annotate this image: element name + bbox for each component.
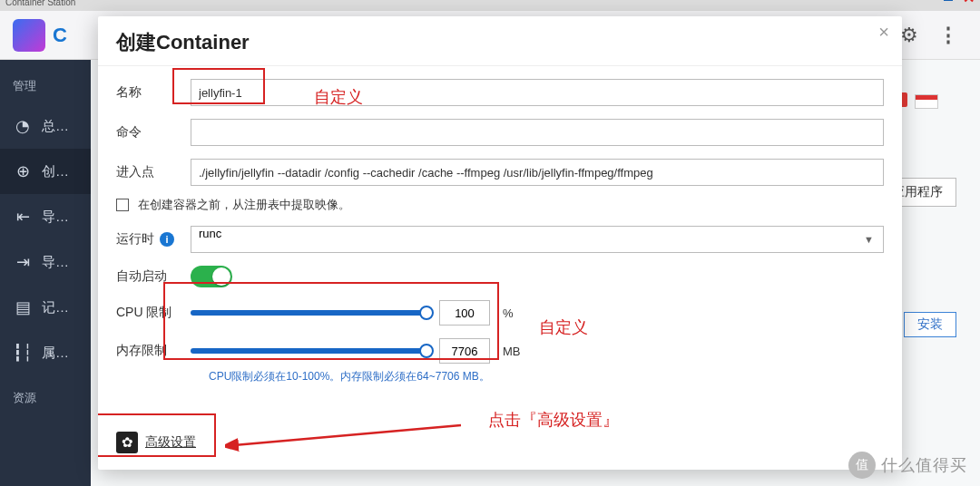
- slider-thumb[interactable]: [419, 344, 434, 358]
- mem-limit-label: 内存限制: [116, 343, 178, 359]
- window-close-icon[interactable]: ✕: [963, 0, 975, 6]
- sidebar-item-overview[interactable]: ◔ 总…: [0, 103, 91, 149]
- runtime-selected-value: runc: [199, 227, 221, 240]
- autostart-toggle[interactable]: [191, 266, 232, 287]
- annotation-text-click-adv: 点击『高级设置』: [488, 409, 619, 431]
- sidebar-item-label: 总…: [42, 118, 69, 135]
- slider-thumb[interactable]: [419, 306, 434, 320]
- more-icon[interactable]: ⋮: [938, 24, 958, 47]
- export-icon: ⇥: [13, 252, 33, 272]
- pull-image-checkbox[interactable]: [116, 199, 129, 211]
- sidebar-item-properties[interactable]: ┇┆ 属…: [0, 330, 91, 375]
- chevron-down-icon: ▼: [864, 234, 874, 245]
- sidebar-category-resources: 资源: [0, 381, 91, 415]
- cpu-limit-slider[interactable]: [191, 302, 426, 324]
- annotation-arrow: [225, 418, 470, 454]
- toggle-knob: [212, 267, 230, 286]
- cpu-limit-value[interactable]: 100: [439, 300, 490, 326]
- gear-icon: ✿: [116, 432, 138, 453]
- watermark-text: 什么值得买: [881, 454, 967, 476]
- cpu-limit-unit: %: [503, 306, 514, 320]
- sidebar-item-logs[interactable]: ▤ 记…: [0, 285, 91, 330]
- app-logo-icon: [13, 19, 45, 52]
- import-icon: ⇤: [13, 207, 33, 227]
- modal-title: 创建Container: [98, 16, 902, 65]
- name-input[interactable]: [191, 79, 884, 106]
- entrypoint-label: 进入点: [116, 164, 178, 180]
- mem-limit-slider[interactable]: [191, 340, 426, 362]
- gear-icon[interactable]: ⚙: [900, 24, 918, 47]
- svg-line-0: [234, 425, 461, 445]
- window-maximize-icon[interactable]: [944, 0, 953, 1]
- calendar-icon[interactable]: [915, 94, 938, 109]
- sidebar-item-label: 属…: [42, 345, 69, 362]
- create-container-modal: × 创建Container 名称 命令 进入点 在创建容器之前，从注册表中提取映…: [98, 16, 902, 470]
- sidebar: 管理 ◔ 总… ⊕ 创… ⇤ 导… ⇥ 导… ▤ 记… ┇┆ 属… 资源: [0, 60, 91, 486]
- sliders-icon: ┇┆: [13, 343, 33, 363]
- command-input[interactable]: [191, 119, 884, 146]
- runtime-label: 运行时 i: [116, 231, 178, 248]
- plus-circle-icon: ⊕: [13, 161, 33, 181]
- app-title-fragment: C: [53, 24, 67, 47]
- sidebar-item-label: 记…: [42, 299, 69, 316]
- advanced-settings-link[interactable]: ✿ 高级设置: [116, 432, 196, 453]
- document-icon: ▤: [13, 297, 33, 317]
- sidebar-item-export[interactable]: ⇥ 导…: [0, 239, 91, 285]
- name-label: 名称: [116, 84, 178, 101]
- sidebar-item-create[interactable]: ⊕ 创…: [0, 149, 91, 194]
- sidebar-item-label: 导…: [42, 209, 69, 226]
- sidebar-item-label: 导…: [42, 254, 69, 271]
- entrypoint-input[interactable]: [191, 159, 884, 186]
- autostart-label: 自动启动: [116, 268, 178, 285]
- mem-limit-unit: MB: [503, 345, 521, 358]
- window-title: Container Station: [5, 0, 75, 7]
- os-titlebar: Container Station: [0, 0, 980, 11]
- advanced-settings-label: 高级设置: [145, 434, 196, 451]
- command-label: 命令: [116, 124, 178, 141]
- gauge-icon: ◔: [13, 116, 33, 136]
- pull-image-label: 在创建容器之前，从注册表中提取映像。: [138, 197, 350, 213]
- sidebar-item-label: 创…: [42, 163, 69, 180]
- cpu-limit-label: CPU 限制: [116, 305, 178, 321]
- runtime-select[interactable]: runc ▼: [191, 226, 884, 253]
- modal-body: 名称 命令 进入点 在创建容器之前，从注册表中提取映像。 运行时 i runc …: [98, 65, 902, 470]
- sidebar-item-import[interactable]: ⇤ 导…: [0, 194, 91, 239]
- install-button[interactable]: 安装: [904, 312, 956, 337]
- watermark-badge-icon: 值: [848, 452, 876, 479]
- limit-hint: CPU限制必须在10-100%。内存限制必须在64~7706 MB。: [209, 369, 884, 384]
- mem-limit-value[interactable]: 7706: [439, 338, 490, 364]
- watermark: 值 什么值得买: [848, 452, 967, 479]
- sidebar-category-manage: 管理: [0, 69, 91, 103]
- info-icon[interactable]: i: [160, 232, 174, 247]
- close-icon[interactable]: ×: [878, 22, 889, 43]
